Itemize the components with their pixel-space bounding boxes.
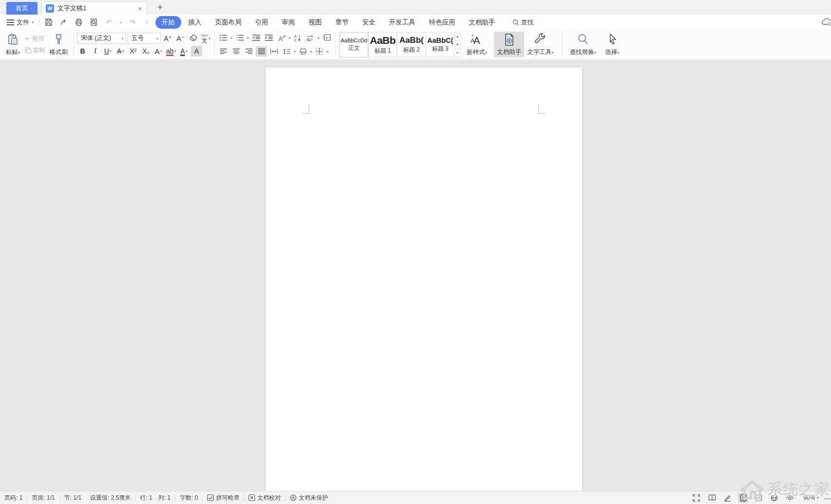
spell-check-toggle[interactable]: 拼写检查 <box>203 494 244 502</box>
fit-page-button[interactable] <box>754 493 764 503</box>
style-heading2[interactable]: AaBb( 标题 2 <box>397 32 426 57</box>
cloud-sync-icon[interactable] <box>821 17 831 28</box>
menu-tab-special-apps[interactable]: 特色应用 <box>423 16 462 29</box>
sort-button[interactable]: AZ <box>292 33 303 43</box>
borders-chevron-icon[interactable]: ▾ <box>326 49 329 54</box>
font-family-select[interactable]: 宋体 (正文) ▾ <box>77 33 126 44</box>
paragraph-layout-button[interactable]: F <box>321 33 332 43</box>
text-direction-button[interactable]: A <box>276 33 287 43</box>
menu-tab-insert[interactable]: 插入 <box>182 16 208 29</box>
align-center-button[interactable] <box>230 46 242 56</box>
menu-tab-page-layout[interactable]: 页面布局 <box>209 16 248 29</box>
text-direction-chevron-icon[interactable]: ▾ <box>288 36 291 40</box>
print-icon[interactable] <box>75 18 83 27</box>
select-button[interactable]: 选择▾ <box>602 32 623 57</box>
protection-status[interactable]: 文档未保护 <box>285 494 332 502</box>
cjk-layout-chevron-icon[interactable]: ▾ <box>318 36 320 40</box>
align-right-button[interactable] <box>243 46 254 56</box>
proofread-toggle[interactable]: 文档校对 <box>244 494 285 502</box>
bullet-list-button[interactable] <box>218 33 229 43</box>
decrease-indent-button[interactable] <box>250 33 262 43</box>
eye-protect-button[interactable] <box>785 493 795 503</box>
menu-tab-section[interactable]: 章节 <box>329 16 355 29</box>
italic-button[interactable]: I <box>90 46 101 56</box>
phonetic-guide-button[interactable]: wén文 ▾ <box>200 33 211 44</box>
menu-tab-references[interactable]: 引用 <box>249 16 275 29</box>
line-spacing-chevron-icon[interactable]: ▾ <box>294 49 296 54</box>
borders-button[interactable] <box>314 46 325 56</box>
doc-assistant-button[interactable]: 文档助手 <box>494 32 524 57</box>
grow-font-button[interactable]: A⁺ <box>162 33 173 44</box>
bold-button[interactable]: B <box>77 46 88 56</box>
shrink-font-button[interactable]: A⁻ <box>175 33 186 44</box>
font-color-button[interactable]: A▾ <box>178 46 189 56</box>
underline-button[interactable]: U▾ <box>102 46 113 56</box>
menu-tab-home[interactable]: 开始 <box>155 16 181 29</box>
format-painter-button[interactable]: 格式刷 <box>47 32 71 57</box>
highlight-color-button[interactable]: ab▾ <box>166 46 177 56</box>
menu-tab-view[interactable]: 视图 <box>302 16 328 29</box>
redo-icon[interactable]: ↷ <box>128 18 137 27</box>
print-preview-icon[interactable] <box>90 18 98 27</box>
page-view-button[interactable] <box>738 493 748 503</box>
line-spacing-button[interactable] <box>281 46 292 56</box>
align-left-button[interactable] <box>218 46 229 56</box>
subscript-button[interactable]: X₂ <box>140 46 151 56</box>
justify-button[interactable] <box>256 46 267 56</box>
shading-chevron-icon[interactable]: ▾ <box>310 49 313 54</box>
style-heading1[interactable]: AaBb 标题 1 <box>368 32 397 57</box>
close-tab-icon[interactable]: × <box>138 4 142 13</box>
style-heading3[interactable]: AaBbC( 标题 3 <box>426 32 454 57</box>
fullscreen-view-button[interactable] <box>691 493 701 503</box>
gallery-scroll-up-icon[interactable]: ▲ <box>454 33 460 41</box>
copy-button[interactable]: 复制 <box>23 46 47 55</box>
divider <box>214 33 215 56</box>
menu-tab-review[interactable]: 审阅 <box>276 16 302 29</box>
undo-chevron-icon[interactable]: ▾ <box>120 20 122 25</box>
write-mode-button[interactable] <box>722 493 733 503</box>
gallery-more-icon[interactable]: ⏷ <box>454 49 460 57</box>
font-size-select[interactable]: 五号 ▾ <box>128 33 161 44</box>
cut-button[interactable]: ✂ 剪切 <box>23 34 47 43</box>
search-button[interactable]: 查找 <box>512 18 534 27</box>
increase-indent-button[interactable] <box>263 33 274 43</box>
file-menu[interactable]: 文件 ▾ <box>7 18 34 27</box>
status-word-count[interactable]: 字数: 0 <box>175 494 202 502</box>
clear-format-button[interactable] <box>188 33 199 43</box>
new-style-button[interactable]: A A ✳ 新样式▾ <box>464 32 490 57</box>
document-area[interactable] <box>0 60 831 491</box>
cursor-arrow-icon <box>606 33 618 46</box>
undo-icon[interactable]: ↶ <box>105 18 113 27</box>
char-shading-button[interactable]: A <box>191 46 202 56</box>
menu-tab-security[interactable]: 安全 <box>356 16 382 29</box>
new-tab-button[interactable]: + <box>157 2 163 15</box>
cjk-layout-button[interactable] <box>305 33 316 43</box>
zoom-level-select[interactable]: 90% ▾ <box>803 494 819 501</box>
zoom-out-button[interactable]: — <box>824 494 831 502</box>
superscript-button[interactable]: X² <box>128 46 139 56</box>
document-tab[interactable]: W 文字文稿1 × <box>41 1 147 15</box>
line-spacing-icon <box>283 48 291 55</box>
text-tools-button[interactable]: 文字工具▾ <box>524 32 557 57</box>
bullet-list-chevron-icon[interactable]: ▾ <box>230 36 233 40</box>
read-mode-button[interactable] <box>707 493 717 503</box>
numbered-list-chevron-icon[interactable]: ▾ <box>247 36 249 40</box>
customize-toolbar-icon[interactable]: ▿ <box>146 20 149 25</box>
menu-tab-developer[interactable]: 开发工具 <box>383 16 422 29</box>
distribute-button[interactable] <box>268 46 280 56</box>
style-normal[interactable]: AaBbCcDd 正文 <box>340 32 368 57</box>
gallery-scroll-down-icon[interactable]: ▼ <box>454 41 460 49</box>
document-page[interactable] <box>265 67 582 491</box>
strikethrough-button[interactable]: A▾ <box>115 46 126 56</box>
paste-button[interactable]: 粘贴▾ <box>3 32 23 57</box>
web-layout-button[interactable] <box>769 493 779 503</box>
shading-button[interactable] <box>298 46 309 56</box>
menu-tab-doc-assistant[interactable]: 文档助手 <box>463 16 502 29</box>
home-tab[interactable]: 首页 <box>6 2 38 15</box>
text-effects-button[interactable]: A▾ <box>153 46 164 56</box>
numbered-list-button[interactable] <box>234 33 246 43</box>
export-icon[interactable] <box>59 18 68 27</box>
find-replace-button[interactable]: 查找替换▾ <box>567 32 600 57</box>
status-page-number: 页码: 1 <box>0 494 27 502</box>
save-icon[interactable] <box>44 18 53 27</box>
